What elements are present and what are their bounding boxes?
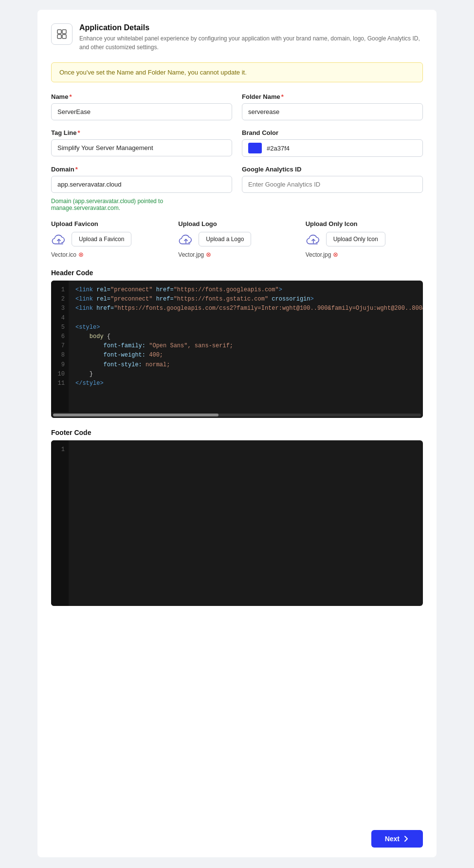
upload-logo-group: Upload Logo Upload a Logo Vector.jpg ⊗ [178, 220, 295, 258]
header-scrollbar[interactable] [51, 412, 423, 418]
upload-logo-button[interactable]: Upload a Logo [199, 232, 251, 246]
header-code-content: <link rel="preconnect" href="https://fon… [69, 281, 423, 412]
tagline-row: Tag Line* Brand Color #2a37f4 [51, 129, 423, 157]
color-swatch [248, 143, 262, 153]
footer-code-inner: 1 [51, 440, 423, 606]
page-container: Application Details Enhance your whitela… [37, 10, 437, 857]
next-button[interactable]: Next [371, 830, 423, 848]
name-row: Name* Folder Name* [51, 93, 423, 120]
ga-group: Google Analytics ID [242, 166, 423, 211]
logo-remove[interactable]: ⊗ [206, 251, 211, 258]
domain-label: Domain* [51, 166, 232, 173]
upload-icon-row: Upload Only Icon [306, 231, 423, 247]
domain-row: Domain* Domain (app.serveravatar.cloud) … [51, 166, 423, 211]
upload-icon-button[interactable]: Upload Only Icon [326, 232, 385, 246]
app-icon-box [51, 23, 73, 45]
icon-remove[interactable]: ⊗ [333, 251, 338, 258]
tagline-label: Tag Line* [51, 129, 232, 136]
upload-favicon-label: Upload Favicon [51, 220, 168, 227]
footer-code-label: Footer Code [51, 429, 423, 436]
svg-rect-1 [62, 30, 66, 34]
logo-cloud-icon [178, 231, 194, 247]
domain-input[interactable] [51, 176, 232, 193]
ga-label: Google Analytics ID [242, 166, 423, 173]
header-scrollbar-thumb [53, 414, 219, 416]
page-title: Application Details [79, 23, 423, 32]
header-text: Application Details Enhance your whitela… [79, 23, 423, 52]
icon-cloud-icon [306, 231, 321, 247]
tagline-group: Tag Line* [51, 129, 232, 157]
header-code-inner: 1 2 3 4 5 6 7 8 9 10 11 <link rel="preco… [51, 281, 423, 412]
upload-favicon-button[interactable]: Upload a Favicon [72, 232, 131, 246]
header-section: Application Details Enhance your whitela… [51, 23, 423, 52]
next-chevron-icon [402, 835, 409, 842]
upload-favicon-row: Upload a Favicon [51, 231, 168, 247]
footer-code-editor[interactable]: 1 [51, 440, 423, 606]
footer-code-content [69, 440, 423, 606]
upload-logo-row: Upload a Logo [178, 231, 295, 247]
upload-favicon-group: Upload Favicon Upload a Favicon Vector.i… [51, 220, 168, 258]
folder-name-group: Folder Name* [242, 93, 423, 120]
favicon-filename: Vector.ico ⊗ [51, 251, 168, 258]
favicon-cloud-icon [51, 231, 67, 247]
header-line-numbers: 1 2 3 4 5 6 7 8 9 10 11 [51, 281, 69, 412]
folder-name-label: Folder Name* [242, 93, 423, 100]
tagline-input[interactable] [51, 139, 232, 156]
logo-filename: Vector.jpg ⊗ [178, 251, 295, 258]
icon-filename: Vector.jpg ⊗ [306, 251, 423, 258]
notice-text: Once you've set the Name and Folder Name… [59, 69, 247, 76]
page-subtitle: Enhance your whitelabel panel experience… [79, 34, 423, 52]
upload-section: Upload Favicon Upload a Favicon Vector.i… [51, 220, 423, 258]
svg-rect-2 [57, 35, 61, 38]
header-code-editor[interactable]: 1 2 3 4 5 6 7 8 9 10 11 <link rel="preco… [51, 281, 423, 418]
notice-box: Once you've set the Name and Folder Name… [51, 62, 423, 82]
favicon-remove[interactable]: ⊗ [78, 251, 84, 258]
upload-icon-label: Upload Only Icon [306, 220, 423, 227]
folder-name-input[interactable] [242, 103, 423, 120]
brand-color-group: Brand Color #2a37f4 [242, 129, 423, 157]
upload-logo-label: Upload Logo [178, 220, 295, 227]
header-code-label: Header Code [51, 269, 423, 277]
next-label: Next [385, 835, 400, 843]
footer-row: Next [371, 830, 423, 848]
svg-rect-3 [62, 35, 66, 38]
brand-color-input[interactable]: #2a37f4 [242, 139, 423, 157]
brand-color-label: Brand Color [242, 129, 423, 136]
footer-code-section: Footer Code 1 [51, 429, 423, 606]
name-group: Name* [51, 93, 232, 120]
upload-icon-group: Upload Only Icon Upload Only Icon Vector… [306, 220, 423, 258]
name-input[interactable] [51, 103, 232, 120]
domain-group: Domain* Domain (app.serveravatar.cloud) … [51, 166, 232, 211]
svg-rect-0 [57, 30, 61, 34]
ga-input[interactable] [242, 176, 423, 193]
header-scrollbar-track [53, 414, 421, 416]
domain-hint: Domain (app.serveravatar.cloud) pointed … [51, 198, 232, 211]
name-label: Name* [51, 93, 232, 100]
footer-line-numbers: 1 [51, 440, 69, 606]
app-icon [56, 28, 68, 40]
header-code-section: Header Code 1 2 3 4 5 6 7 8 9 10 11 <lin… [51, 269, 423, 418]
brand-color-hex: #2a37f4 [267, 145, 290, 152]
